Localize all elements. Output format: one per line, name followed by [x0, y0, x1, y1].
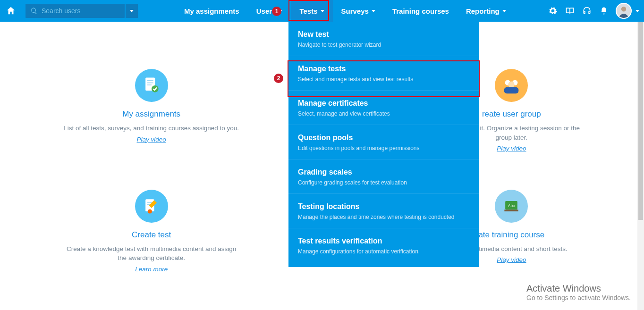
- nav-reporting[interactable]: Reporting: [458, 0, 515, 22]
- svg-rect-10: [504, 87, 519, 93]
- home-button[interactable]: [0, 0, 22, 22]
- svg-point-9: [508, 81, 515, 87]
- test-pencil-icon: [135, 190, 168, 223]
- annotation-badge-2: 2: [274, 74, 283, 83]
- user-avatar-icon: [617, 3, 631, 19]
- card-link-learn-more[interactable]: Learn more: [135, 266, 168, 273]
- dd-title: New test: [298, 30, 469, 39]
- gear-icon: [548, 6, 558, 16]
- dd-title: Test results verification: [298, 237, 469, 245]
- card-link-play-video[interactable]: Play video: [497, 145, 526, 152]
- card-title: My assignments: [62, 109, 241, 119]
- right-icons: [548, 3, 644, 19]
- dd-desc: Manage configurations for automatic veri…: [298, 248, 469, 255]
- dd-desc: Manage the places and time zones where t…: [298, 214, 469, 220]
- home-icon: [6, 6, 16, 16]
- tests-dropdown: New test Navigate to test generator wiza…: [288, 22, 479, 267]
- main-nav: My assignments Users Tests Surveys Train…: [176, 0, 515, 22]
- dd-title: Testing locations: [298, 202, 469, 211]
- dd-manage-tests[interactable]: Manage tests Select and manage tests and…: [288, 56, 479, 91]
- dd-title: Manage certificates: [298, 99, 469, 108]
- dd-new-test[interactable]: New test Navigate to test generator wiza…: [288, 22, 479, 56]
- annotation-badge-1: 1: [272, 7, 281, 16]
- chevron-down-icon: [372, 10, 375, 12]
- svg-point-1: [621, 7, 627, 12]
- search-box[interactable]: [25, 4, 125, 18]
- svg-rect-3: [147, 80, 153, 81]
- dd-title: Question pools: [298, 134, 469, 142]
- nav-tests[interactable]: Tests: [291, 0, 332, 22]
- dd-testing-locations[interactable]: Testing locations Manage the places and …: [288, 194, 479, 228]
- chalkboard-icon: Abc: [495, 190, 528, 223]
- search-input[interactable]: [42, 7, 120, 15]
- chevron-down-icon: [502, 10, 506, 12]
- svg-rect-4: [147, 83, 153, 84]
- nav-users[interactable]: Users: [248, 0, 291, 22]
- dd-title: Manage tests: [298, 65, 469, 73]
- card-link-play-video[interactable]: Play video: [137, 136, 166, 143]
- nav-tests-label: Tests: [299, 7, 317, 15]
- nav-training[interactable]: Training courses: [384, 0, 458, 22]
- dd-desc: Configure grading scales for test evalua…: [298, 179, 469, 186]
- chevron-down-icon: [321, 10, 324, 12]
- card-desc: List of all tests, surveys, and training…: [62, 124, 241, 133]
- chevron-down-icon[interactable]: [636, 10, 639, 12]
- svg-rect-12: [147, 201, 152, 202]
- card-my-assignments[interactable]: My assignments List of all tests, survey…: [62, 69, 241, 161]
- dd-desc: Navigate to test generator wizard: [298, 42, 469, 48]
- book-icon: [565, 6, 575, 16]
- dd-desc: Edit questions in pools and manage permi…: [298, 145, 469, 151]
- svg-point-14: [147, 209, 152, 213]
- card-title: Create test: [62, 230, 241, 240]
- notifications-button[interactable]: [599, 6, 609, 16]
- nav-reporting-label: Reporting: [466, 7, 500, 15]
- topbar: My assignments Users Tests Surveys Train…: [0, 0, 644, 22]
- dd-desc: Select and manage tests and view test re…: [298, 76, 469, 83]
- search-icon: [30, 7, 38, 15]
- card-create-test[interactable]: Create test Create a knowledge test with…: [62, 190, 241, 282]
- avatar[interactable]: [616, 3, 632, 19]
- dd-title: Grading scales: [298, 168, 469, 176]
- bell-icon: [600, 6, 608, 16]
- users-group-icon: [495, 69, 528, 102]
- headset-icon: [582, 6, 592, 16]
- chevron-down-icon: [130, 10, 134, 12]
- clipboard-check-icon: [135, 69, 168, 102]
- svg-rect-5: [147, 84, 151, 85]
- nav-surveys[interactable]: Surveys: [333, 0, 384, 22]
- dd-desc: Select, manage and view certificates: [298, 110, 469, 117]
- settings-button[interactable]: [548, 6, 558, 16]
- dd-question-pools[interactable]: Question pools Edit questions in pools a…: [288, 125, 479, 159]
- search-dropdown-button[interactable]: [126, 4, 138, 18]
- nav-surveys-label: Surveys: [341, 7, 369, 15]
- dd-manage-certificates[interactable]: Manage certificates Select, manage and v…: [288, 91, 479, 125]
- search-wrap: [25, 4, 138, 18]
- scrollbar-thumb[interactable]: [638, 22, 643, 220]
- docs-button[interactable]: [565, 6, 575, 16]
- dd-grading-scales[interactable]: Grading scales Configure grading scales …: [288, 159, 479, 194]
- card-link-play-video[interactable]: Play video: [497, 256, 526, 263]
- windows-watermark: Activate Windows Go to Settings to activ…: [526, 283, 631, 302]
- watermark-title: Activate Windows: [526, 283, 631, 294]
- scrollbar[interactable]: [637, 22, 644, 310]
- card-desc: Create a knowledge test with multimedia …: [62, 244, 241, 263]
- svg-text:Abc: Abc: [508, 203, 515, 208]
- nav-my-assignments[interactable]: My assignments: [176, 0, 248, 22]
- dd-test-results-verification[interactable]: Test results verification Manage configu…: [288, 228, 479, 262]
- svg-rect-17: [505, 209, 518, 211]
- support-button[interactable]: [582, 6, 592, 16]
- watermark-sub: Go to Settings to activate Windows.: [526, 294, 631, 302]
